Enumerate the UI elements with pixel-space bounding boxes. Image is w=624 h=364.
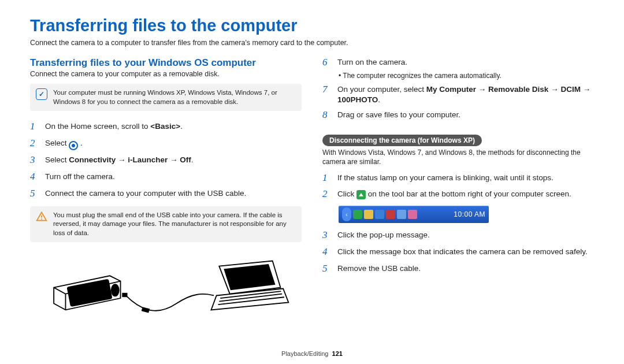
step-text: Turn on the camera.	[337, 57, 407, 68]
target-icon	[69, 141, 78, 150]
tray-expand-icon: ‹	[342, 207, 351, 221]
step-4: 4 Turn off the camera.	[30, 172, 302, 184]
disconnect-subtext: With Windows Vista, Windows 7, and Windo…	[322, 148, 594, 166]
step-text: Select	[45, 139, 69, 147]
info-icon: ✓	[36, 88, 47, 100]
step-1: 1 On the Home screen, scroll to <Basic>.	[30, 121, 302, 133]
svg-rect-5	[142, 307, 150, 313]
page-title: Transferring files to the computer	[30, 16, 594, 35]
tray-icon	[364, 210, 373, 219]
disconnect-heading: Disconnecting the camera (for Windows XP…	[322, 135, 482, 146]
info-note-text: Your computer must be running Windows XP…	[53, 88, 296, 106]
step-7: 7 On your computer, select My Computer →…	[322, 84, 594, 105]
disc-step-2: 2 Click on the tool bar at the bottom ri…	[322, 189, 594, 201]
step-number: 5	[322, 262, 332, 276]
taskbar-time: 10:00 AM	[454, 210, 485, 218]
section-heading: Transferring files to your Windows OS co…	[30, 57, 302, 69]
step-number: 3	[322, 229, 332, 242]
step-number: 7	[322, 83, 332, 96]
disc-step-1: 1 If the status lamp on your camera is b…	[322, 173, 594, 185]
warning-icon	[36, 211, 47, 222]
step-3: 3 Select Connectivity → i-Launcher → Off…	[30, 155, 302, 167]
step-5: 5 Connect the camera to your computer wi…	[30, 188, 302, 200]
step-8: 8 Drag or save files to your computer.	[322, 110, 594, 122]
left-column: Transferring files to your Windows OS co…	[30, 57, 302, 320]
warning-note: You must plug the small end of the USB c…	[30, 206, 302, 243]
step-number: 2	[322, 188, 332, 201]
step-number: 3	[30, 154, 39, 167]
step-number: 4	[30, 170, 39, 184]
step-text: Click	[337, 190, 356, 198]
footer-section: Playback/Editing	[281, 350, 328, 357]
info-note: ✓ Your computer must be running Windows …	[30, 84, 302, 111]
step-6-sub: The computer recognizes the camera autom…	[339, 72, 594, 80]
disc-step-3: 3 Click the pop-up message.	[322, 230, 594, 242]
tray-icon	[397, 210, 406, 219]
step-6: 6 Turn on the camera.	[322, 57, 594, 69]
safely-remove-icon	[356, 190, 366, 199]
step-number: 5	[30, 187, 39, 200]
svg-rect-4	[122, 293, 127, 297]
svg-point-2	[112, 284, 119, 296]
step-text: If the status lamp on your camera is bli…	[337, 173, 554, 183]
step-text: Click the message box that indicates the…	[337, 247, 588, 257]
step-text: On the Home screen, scroll to	[45, 122, 150, 131]
step-text: Click the pop-up message.	[337, 230, 430, 240]
step-number: 2	[30, 137, 39, 150]
tray-icon	[353, 210, 362, 219]
step-number: 6	[322, 56, 332, 69]
tray-icon	[386, 210, 395, 219]
step-bold: Connectivity → i-Launcher → Off	[69, 155, 191, 164]
section-subtext: Connect the camera to your computer as a…	[30, 70, 302, 78]
footer-page-number: 121	[332, 350, 343, 357]
step-number: 8	[322, 109, 332, 122]
step-text: Select	[45, 155, 69, 164]
camera-laptop-illustration	[30, 250, 302, 320]
page-footer: Playback/Editing 121	[0, 350, 624, 357]
svg-point-1	[41, 218, 42, 220]
step-text: Connect the camera to your computer with…	[45, 188, 246, 199]
step-2: 2 Select .	[30, 138, 302, 150]
step-text: Remove the USB cable.	[337, 263, 421, 274]
disc-step-4: 4 Click the message box that indicates t…	[322, 247, 594, 259]
tray-icon	[408, 210, 417, 219]
step-number: 1	[30, 120, 39, 133]
step-text: Turn off the camera.	[45, 172, 115, 182]
intro-text: Connect the camera to a computer to tran…	[30, 39, 594, 47]
step-number: 4	[322, 246, 332, 259]
disc-step-5: 5 Remove the USB cable.	[322, 263, 594, 276]
warning-text: You must plug the small end of the USB c…	[53, 211, 296, 238]
step-text: On your computer, select	[337, 85, 426, 94]
tray-icon	[375, 210, 384, 219]
right-column: 6 Turn on the camera. The computer recog…	[322, 57, 594, 320]
step-number: 1	[322, 172, 332, 185]
step-text: Drag or save files to your computer.	[337, 110, 460, 120]
windows-taskbar: ‹ 10:00 AM	[339, 206, 489, 223]
step-bold: <Basic>	[150, 122, 180, 131]
